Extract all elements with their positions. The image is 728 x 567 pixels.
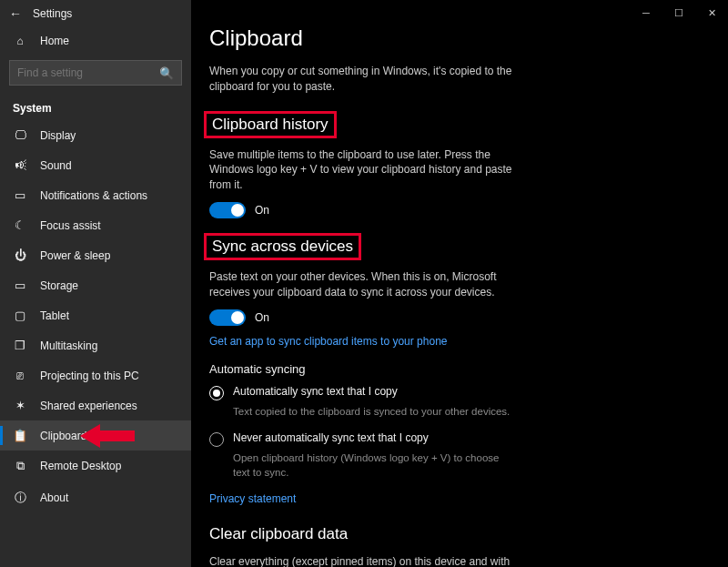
category-label: System [0,95,191,120]
radio-never-auto-sync-sub: Open clipboard history (Windows logo key… [233,451,519,480]
sync-toggle-label: On [255,311,269,324]
nav-label: About [40,491,68,504]
close-button[interactable]: ✕ [695,0,728,25]
clipboard-icon: 📋 [13,429,27,442]
projecting-icon: ⎚ [13,369,27,382]
history-toggle[interactable] [209,202,246,218]
nav-item-power-sleep[interactable]: ⏻ Power & sleep [0,240,191,270]
nav-item-projecting[interactable]: ⎚ Projecting to this PC [0,360,191,390]
window-controls: ─ ☐ ✕ [630,0,728,25]
radio-never-auto-sync[interactable]: Never automatically sync text that I cop… [209,431,519,447]
nav-label: Multitasking [40,339,97,352]
search-input[interactable]: 🔍 [9,60,182,86]
tablet-icon: ▢ [13,309,27,322]
main-pane: ─ ☐ ✕ Clipboard When you copy or cut som… [191,0,728,567]
minimize-button[interactable]: ─ [630,0,662,25]
sync-desc: Paste text on your other devices. When t… [209,269,519,300]
nav-item-display[interactable]: 🖵 Display [0,120,191,150]
nav-label: Shared experiences [40,400,137,412]
history-toggle-row: On [209,202,519,218]
search-field[interactable] [17,66,159,79]
display-icon: 🖵 [13,128,27,142]
multitasking-icon: ❐ [13,339,27,352]
nav-label: Tablet [40,309,69,322]
nav-label: Projecting to this PC [40,370,139,382]
history-toggle-label: On [255,204,269,217]
nav-item-notifications[interactable]: ▭ Notifications & actions [0,180,191,210]
notifications-icon: ▭ [13,188,27,202]
page-title: Clipboard [209,25,519,51]
heading-sync-devices: Sync across devices [204,233,361,260]
nav-label: Notifications & actions [40,189,147,202]
nav-item-multitasking[interactable]: ❐ Multitasking [0,330,191,360]
nav-item-focus-assist[interactable]: ☾ Focus assist [0,210,191,240]
radio-label: Never automatically sync text that I cop… [233,431,429,444]
remote-desktop-icon: ⧉ [13,459,27,473]
clear-desc: Clear everything (except pinned items) o… [209,554,519,567]
app-title: Settings [33,7,72,20]
home-label: Home [40,35,69,47]
nav-item-tablet[interactable]: ▢ Tablet [0,300,191,330]
nav-label: Storage [40,279,78,292]
nav-item-storage[interactable]: ▭ Storage [0,270,191,300]
nav-label: Sound [40,159,72,172]
auto-sync-heading: Automatic syncing [209,362,519,376]
heading-clear-data: Clear clipboard data [204,523,353,545]
history-desc: Save multiple items to the clipboard to … [209,147,519,193]
nav-item-shared-experiences[interactable]: ✶ Shared experiences [0,390,191,420]
nav-item-sound[interactable]: 🕬 Sound [0,150,191,180]
privacy-link[interactable]: Privacy statement [209,492,296,505]
radio-icon [209,432,224,447]
nav-list: 🖵 Display 🕬 Sound ▭ Notifications & acti… [0,120,191,567]
radio-auto-sync-sub: Text copied to the clipboard is synced t… [233,404,519,419]
search-wrap: 🔍 [0,55,191,95]
sound-icon: 🕬 [13,158,27,172]
focus-assist-icon: ☾ [13,218,27,232]
sync-toggle[interactable] [209,309,246,326]
content: Clipboard When you copy or cut something… [191,0,537,567]
radio-auto-sync[interactable]: Automatically sync text that I copy [209,385,519,400]
shared-experiences-icon: ✶ [13,399,27,412]
svg-marker-0 [80,424,135,448]
maximize-button[interactable]: ☐ [662,0,695,25]
nav-label: Clipboard [40,430,86,442]
home-button[interactable]: ⌂ Home [0,27,191,55]
radio-label: Automatically sync text that I copy [233,385,398,398]
nav-label: Focus assist [40,219,101,232]
nav-label: Remote Desktop [40,460,121,472]
sidebar: ← Settings ⌂ Home 🔍 System 🖵 Display 🕬 S… [0,0,191,567]
sync-toggle-row: On [209,309,519,326]
sync-app-link[interactable]: Get an app to sync clipboard items to yo… [209,335,448,348]
nav-label: Display [40,129,76,142]
intro-text: When you copy or cut something in Window… [209,64,519,95]
nav-item-clipboard[interactable]: 📋 Clipboard [0,420,191,451]
home-icon: ⌂ [13,35,27,47]
storage-icon: ▭ [13,278,27,292]
about-icon: ⓘ [13,490,27,506]
nav-label: Power & sleep [40,249,110,262]
nav-item-remote-desktop[interactable]: ⧉ Remote Desktop [0,451,191,481]
annotation-arrow-icon [80,422,135,450]
nav-item-about[interactable]: ⓘ About [0,481,191,514]
heading-clipboard-history: Clipboard history [204,111,337,138]
search-icon: 🔍 [159,66,174,80]
radio-icon [209,386,224,400]
power-icon: ⏻ [13,248,27,262]
back-icon[interactable]: ← [9,6,22,21]
titlebar: ← Settings [0,0,191,27]
